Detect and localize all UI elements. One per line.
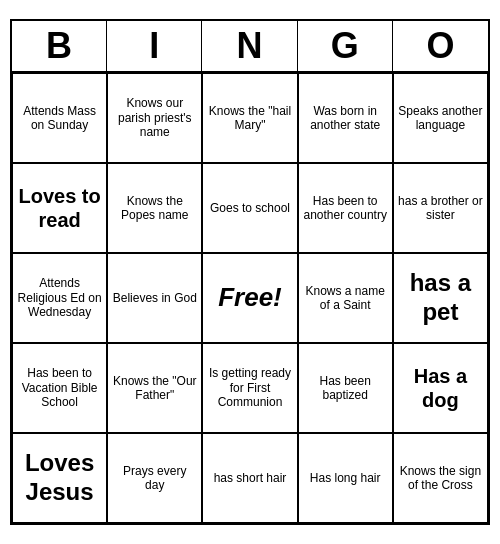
bingo-cell: Has been to Vacation Bible School <box>12 343 107 433</box>
bingo-cell: Free! <box>202 253 297 343</box>
bingo-cell: Speaks another language <box>393 73 488 163</box>
bingo-cell: Has been to another country <box>298 163 393 253</box>
bingo-cell: Believes in God <box>107 253 202 343</box>
bingo-cell: Attends Religious Ed on Wednesday <box>12 253 107 343</box>
header-letter: G <box>298 21 393 71</box>
bingo-cell: Attends Mass on Sunday <box>12 73 107 163</box>
bingo-cell: Was born in another state <box>298 73 393 163</box>
bingo-cell: Prays every day <box>107 433 202 523</box>
bingo-cell: has a brother or sister <box>393 163 488 253</box>
bingo-cell: Knows the "Our Father" <box>107 343 202 433</box>
bingo-grid: Attends Mass on SundayKnows our parish p… <box>12 73 488 523</box>
bingo-cell: Knows the Popes name <box>107 163 202 253</box>
bingo-card: BINGO Attends Mass on SundayKnows our pa… <box>10 19 490 525</box>
header-letter: O <box>393 21 488 71</box>
bingo-cell: Knows the "hail Mary" <box>202 73 297 163</box>
bingo-cell: has short hair <box>202 433 297 523</box>
bingo-cell: Is getting ready for First Communion <box>202 343 297 433</box>
bingo-cell: Has been baptized <box>298 343 393 433</box>
bingo-cell: has a pet <box>393 253 488 343</box>
bingo-cell: Has a dog <box>393 343 488 433</box>
bingo-cell: Knows our parish priest's name <box>107 73 202 163</box>
bingo-cell: Knows the sign of the Cross <box>393 433 488 523</box>
bingo-cell: Has long hair <box>298 433 393 523</box>
bingo-cell: Loves to read <box>12 163 107 253</box>
header-letter: N <box>202 21 297 71</box>
header-letter: I <box>107 21 202 71</box>
bingo-cell: Knows a name of a Saint <box>298 253 393 343</box>
bingo-cell: Loves Jesus <box>12 433 107 523</box>
header-letter: B <box>12 21 107 71</box>
bingo-cell: Goes to school <box>202 163 297 253</box>
bingo-header: BINGO <box>12 21 488 73</box>
